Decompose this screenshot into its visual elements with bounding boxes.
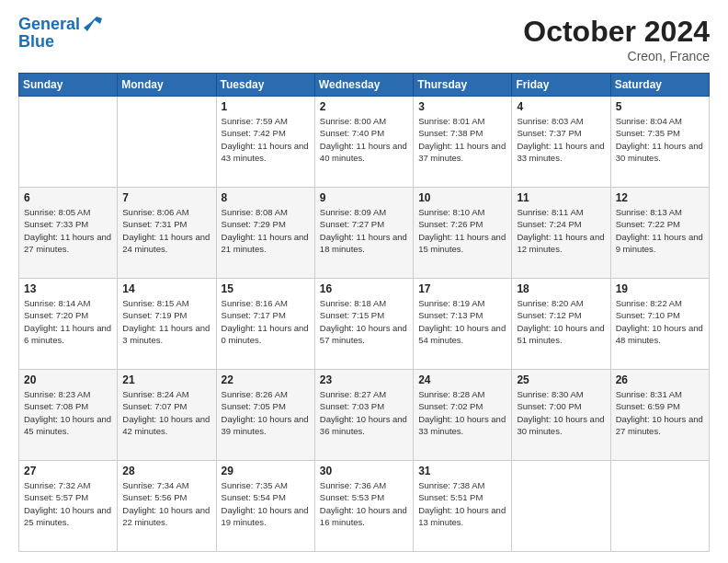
day-info: Sunrise: 8:00 AM Sunset: 7:40 PM Dayligh… — [320, 115, 408, 164]
logo-blue-text: Blue — [18, 33, 54, 52]
day-info: Sunrise: 8:11 AM Sunset: 7:24 PM Dayligh… — [517, 206, 605, 255]
calendar-cell — [19, 97, 118, 188]
calendar-week-1: 1Sunrise: 7:59 AM Sunset: 7:42 PM Daylig… — [19, 97, 710, 188]
calendar-cell: 15Sunrise: 8:16 AM Sunset: 7:17 PM Dayli… — [216, 279, 314, 370]
calendar-cell: 30Sunrise: 7:36 AM Sunset: 5:53 PM Dayli… — [314, 461, 413, 552]
calendar-cell: 8Sunrise: 8:08 AM Sunset: 7:29 PM Daylig… — [216, 188, 314, 279]
day-info: Sunrise: 8:03 AM Sunset: 7:37 PM Dayligh… — [517, 115, 605, 164]
calendar-cell: 21Sunrise: 8:24 AM Sunset: 7:07 PM Dayli… — [118, 370, 216, 461]
calendar-cell: 18Sunrise: 8:20 AM Sunset: 7:12 PM Dayli… — [512, 279, 610, 370]
day-number: 22 — [222, 373, 310, 386]
calendar-cell: 13Sunrise: 8:14 AM Sunset: 7:20 PM Dayli… — [19, 279, 118, 370]
day-info: Sunrise: 8:15 AM Sunset: 7:19 PM Dayligh… — [122, 297, 210, 346]
calendar-cell: 17Sunrise: 8:19 AM Sunset: 7:13 PM Dayli… — [414, 279, 512, 370]
day-info: Sunrise: 8:31 AM Sunset: 6:59 PM Dayligh… — [616, 388, 704, 437]
day-info: Sunrise: 8:13 AM Sunset: 7:22 PM Dayligh… — [616, 206, 704, 255]
day-info: Sunrise: 8:24 AM Sunset: 7:07 PM Dayligh… — [122, 388, 210, 437]
calendar-cell — [118, 97, 216, 188]
day-number: 18 — [517, 282, 605, 295]
day-info: Sunrise: 7:34 AM Sunset: 5:56 PM Dayligh… — [122, 479, 210, 528]
day-number: 5 — [616, 100, 704, 113]
day-header-wednesday: Wednesday — [314, 74, 413, 97]
calendar-cell: 11Sunrise: 8:11 AM Sunset: 7:24 PM Dayli… — [512, 188, 610, 279]
calendar-cell: 4Sunrise: 8:03 AM Sunset: 7:37 PM Daylig… — [512, 97, 610, 188]
day-header-friday: Friday — [512, 74, 610, 97]
day-number: 31 — [418, 465, 506, 477]
page: General Blue October 2024 Creon, France … — [0, 0, 728, 563]
day-info: Sunrise: 8:19 AM Sunset: 7:13 PM Dayligh… — [418, 297, 506, 346]
day-info: Sunrise: 8:08 AM Sunset: 7:29 PM Dayligh… — [222, 206, 310, 255]
day-number: 11 — [517, 191, 605, 204]
calendar-table: SundayMondayTuesdayWednesdayThursdayFrid… — [18, 73, 710, 552]
calendar-cell: 14Sunrise: 8:15 AM Sunset: 7:19 PM Dayli… — [118, 279, 216, 370]
calendar-cell: 23Sunrise: 8:27 AM Sunset: 7:03 PM Dayli… — [314, 370, 413, 461]
day-info: Sunrise: 8:26 AM Sunset: 7:05 PM Dayligh… — [222, 388, 310, 437]
day-number: 4 — [517, 100, 605, 113]
day-number: 29 — [222, 465, 310, 477]
calendar-cell: 16Sunrise: 8:18 AM Sunset: 7:15 PM Dayli… — [314, 279, 413, 370]
calendar-cell: 29Sunrise: 7:35 AM Sunset: 5:54 PM Dayli… — [216, 461, 314, 552]
day-number: 1 — [222, 100, 310, 113]
calendar-week-2: 6Sunrise: 8:05 AM Sunset: 7:33 PM Daylig… — [19, 188, 710, 279]
calendar-cell: 3Sunrise: 8:01 AM Sunset: 7:38 PM Daylig… — [414, 97, 512, 188]
day-number: 19 — [616, 282, 704, 295]
calendar-cell: 7Sunrise: 8:06 AM Sunset: 7:31 PM Daylig… — [118, 188, 216, 279]
day-number: 7 — [122, 191, 210, 204]
day-info: Sunrise: 8:06 AM Sunset: 7:31 PM Dayligh… — [122, 206, 210, 255]
day-number: 17 — [418, 282, 506, 295]
day-header-tuesday: Tuesday — [216, 74, 314, 97]
day-info: Sunrise: 8:04 AM Sunset: 7:35 PM Dayligh… — [616, 115, 704, 164]
calendar-cell — [512, 461, 610, 552]
day-number: 15 — [222, 282, 310, 295]
day-number: 2 — [320, 100, 408, 113]
logo: General Blue — [18, 15, 102, 52]
calendar-cell: 9Sunrise: 8:09 AM Sunset: 7:27 PM Daylig… — [314, 188, 413, 279]
day-number: 26 — [616, 373, 704, 386]
day-number: 28 — [122, 465, 210, 477]
day-info: Sunrise: 8:01 AM Sunset: 7:38 PM Dayligh… — [418, 115, 506, 164]
logo-text: General — [18, 16, 80, 34]
calendar-cell: 22Sunrise: 8:26 AM Sunset: 7:05 PM Dayli… — [216, 370, 314, 461]
calendar-cell: 1Sunrise: 7:59 AM Sunset: 7:42 PM Daylig… — [216, 97, 314, 188]
day-number: 20 — [24, 373, 112, 386]
calendar-cell: 27Sunrise: 7:32 AM Sunset: 5:57 PM Dayli… — [19, 461, 118, 552]
calendar-header-row: SundayMondayTuesdayWednesdayThursdayFrid… — [19, 74, 710, 97]
day-number: 23 — [320, 373, 408, 386]
calendar-cell: 20Sunrise: 8:23 AM Sunset: 7:08 PM Dayli… — [19, 370, 118, 461]
calendar-cell: 26Sunrise: 8:31 AM Sunset: 6:59 PM Dayli… — [610, 370, 709, 461]
day-info: Sunrise: 8:30 AM Sunset: 7:00 PM Dayligh… — [517, 388, 605, 437]
day-info: Sunrise: 8:09 AM Sunset: 7:27 PM Dayligh… — [320, 206, 408, 255]
calendar-week-4: 20Sunrise: 8:23 AM Sunset: 7:08 PM Dayli… — [19, 370, 710, 461]
day-number: 10 — [418, 191, 506, 204]
day-info: Sunrise: 8:28 AM Sunset: 7:02 PM Dayligh… — [418, 388, 506, 437]
day-info: Sunrise: 8:27 AM Sunset: 7:03 PM Dayligh… — [320, 388, 408, 437]
day-number: 25 — [517, 373, 605, 386]
day-number: 13 — [24, 282, 112, 295]
calendar-cell — [610, 461, 709, 552]
calendar-cell: 25Sunrise: 8:30 AM Sunset: 7:00 PM Dayli… — [512, 370, 610, 461]
day-info: Sunrise: 7:36 AM Sunset: 5:53 PM Dayligh… — [320, 479, 408, 528]
title-area: October 2024 Creon, France — [523, 15, 710, 63]
day-info: Sunrise: 8:20 AM Sunset: 7:12 PM Dayligh… — [517, 297, 605, 346]
day-info: Sunrise: 8:22 AM Sunset: 7:10 PM Dayligh… — [616, 297, 704, 346]
calendar-cell: 24Sunrise: 8:28 AM Sunset: 7:02 PM Dayli… — [414, 370, 512, 461]
day-number: 16 — [320, 282, 408, 295]
day-header-sunday: Sunday — [19, 74, 118, 97]
calendar-cell: 12Sunrise: 8:13 AM Sunset: 7:22 PM Dayli… — [610, 188, 709, 279]
calendar-cell: 5Sunrise: 8:04 AM Sunset: 7:35 PM Daylig… — [610, 97, 709, 188]
calendar-week-5: 27Sunrise: 7:32 AM Sunset: 5:57 PM Dayli… — [19, 461, 710, 552]
day-info: Sunrise: 8:14 AM Sunset: 7:20 PM Dayligh… — [24, 297, 112, 346]
calendar-cell: 2Sunrise: 8:00 AM Sunset: 7:40 PM Daylig… — [314, 97, 413, 188]
calendar-week-3: 13Sunrise: 8:14 AM Sunset: 7:20 PM Dayli… — [19, 279, 710, 370]
calendar-cell: 10Sunrise: 8:10 AM Sunset: 7:26 PM Dayli… — [414, 188, 512, 279]
logo-bird-icon — [82, 15, 102, 35]
day-number: 3 — [418, 100, 506, 113]
day-info: Sunrise: 8:16 AM Sunset: 7:17 PM Dayligh… — [222, 297, 310, 346]
day-info: Sunrise: 7:35 AM Sunset: 5:54 PM Dayligh… — [222, 479, 310, 528]
day-number: 27 — [24, 465, 112, 477]
day-header-monday: Monday — [118, 74, 216, 97]
day-info: Sunrise: 7:32 AM Sunset: 5:57 PM Dayligh… — [24, 479, 112, 528]
day-header-saturday: Saturday — [610, 74, 709, 97]
location: Creon, France — [523, 49, 710, 63]
month-title: October 2024 — [523, 15, 710, 49]
